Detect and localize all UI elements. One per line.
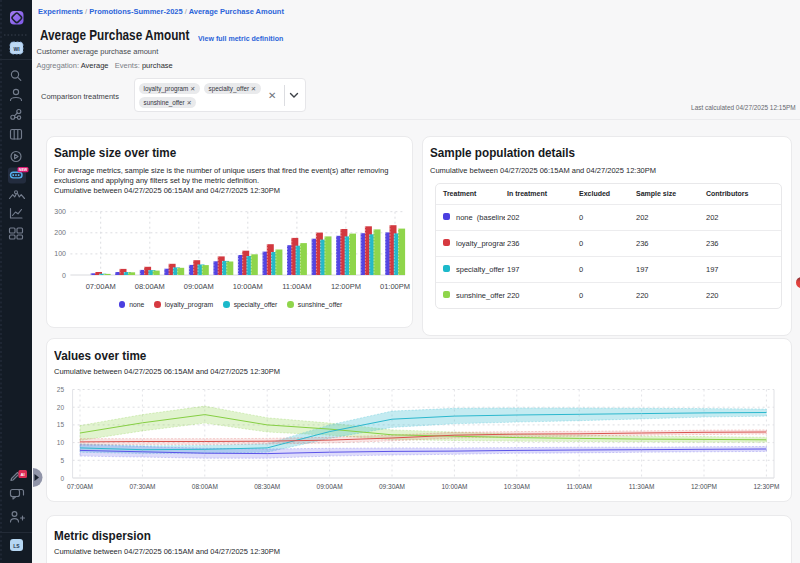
svg-text:100: 100	[54, 250, 66, 257]
svg-text:09:00AM: 09:00AM	[184, 282, 214, 291]
svg-text:09:00AM: 09:00AM	[317, 483, 343, 490]
svg-text:09:30AM: 09:30AM	[379, 483, 405, 490]
svg-text:07:30AM: 07:30AM	[129, 483, 155, 490]
svg-text:10:30AM: 10:30AM	[504, 483, 530, 490]
svg-text:20: 20	[57, 404, 65, 411]
svg-text:10: 10	[57, 439, 65, 446]
svg-text:5: 5	[60, 457, 64, 464]
svg-text:WI: WI	[13, 46, 20, 52]
svg-text:25: 25	[57, 386, 65, 393]
svg-text:12:00PM: 12:00PM	[331, 282, 361, 291]
svg-text:0: 0	[60, 475, 64, 482]
svg-text:07:00AM: 07:00AM	[86, 282, 116, 291]
svg-text:08:30AM: 08:30AM	[254, 483, 280, 490]
svg-text:11:00AM: 11:00AM	[566, 483, 592, 490]
svg-text:12:00PM: 12:00PM	[691, 483, 717, 490]
svg-text:NEW: NEW	[19, 168, 28, 172]
svg-text:0: 0	[62, 272, 66, 279]
svg-text:10:00AM: 10:00AM	[441, 483, 467, 490]
svg-text:01:00PM: 01:00PM	[380, 282, 410, 291]
svg-text:11:30AM: 11:30AM	[629, 483, 655, 490]
svg-text:12:30PM: 12:30PM	[753, 483, 779, 490]
svg-text:10:00AM: 10:00AM	[233, 282, 263, 291]
svg-text:08:00AM: 08:00AM	[135, 282, 165, 291]
svg-text:07:00AM: 07:00AM	[67, 483, 93, 490]
svg-text:AI: AI	[21, 472, 25, 477]
svg-text:LS: LS	[13, 543, 20, 549]
svg-text:200: 200	[54, 229, 66, 236]
svg-text:11:00AM: 11:00AM	[282, 282, 311, 291]
svg-text:08:00AM: 08:00AM	[192, 483, 218, 490]
svg-text:300: 300	[54, 208, 66, 215]
svg-text:15: 15	[57, 421, 65, 428]
